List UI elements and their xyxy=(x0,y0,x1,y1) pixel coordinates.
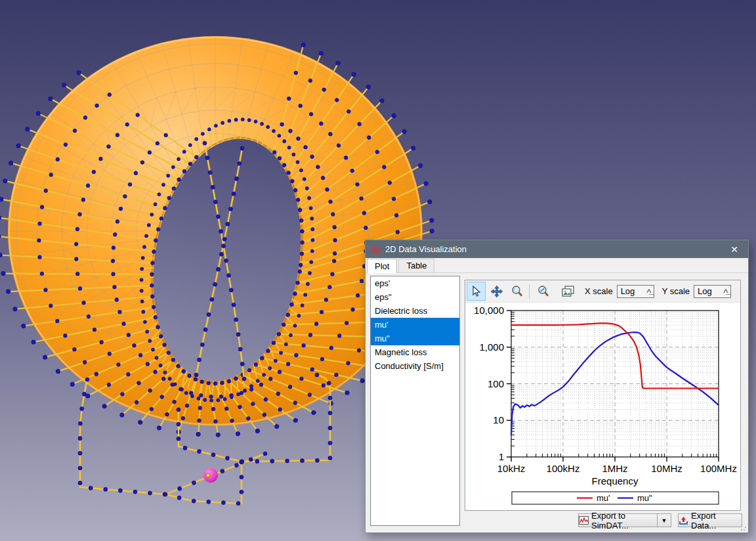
y-tick-label: 100 xyxy=(488,378,504,389)
legend-box xyxy=(512,492,719,504)
plot-panel: X scale Log ˄̲ Y scale Log ˄̲ 1101001,00… xyxy=(465,280,741,511)
port-sphere xyxy=(203,468,218,483)
toolbar-separator xyxy=(529,284,530,299)
chevron-down-icon: ˄̲ xyxy=(646,288,652,295)
chart-canvas[interactable]: 1101001,00010,00010kHz100kHz1MHz10MHz100… xyxy=(465,302,740,510)
legend-label: mu' xyxy=(597,493,610,503)
list-item-0[interactable]: eps' xyxy=(371,276,459,290)
tab-table[interactable]: Table xyxy=(398,259,434,272)
resize-grip[interactable] xyxy=(740,525,747,531)
close-button[interactable]: ✕ xyxy=(721,240,748,258)
y-scale-select[interactable]: Log ˄̲ xyxy=(694,285,731,298)
export-to-simdat-button[interactable]: Export to SimDAT... xyxy=(578,513,658,527)
legend-label: mu" xyxy=(637,493,652,503)
x-tick-label: 100MHz xyxy=(700,463,737,474)
dialog-titlebar[interactable]: 2D Data Visualization ✕ xyxy=(366,240,748,258)
export-data-icon xyxy=(679,516,688,525)
export-to-simdat-dropdown-button[interactable]: ▼ xyxy=(657,513,671,527)
dialog-2d-data-visualization: 2D Data Visualization ✕ Plot Table eps'e… xyxy=(365,240,749,533)
export-image-tool-button[interactable] xyxy=(558,282,577,301)
export-data-label: Export Data... xyxy=(691,511,742,530)
list-item-3[interactable]: mu' xyxy=(371,318,459,332)
select-tool-button[interactable] xyxy=(467,282,486,301)
zoom-tool-button[interactable] xyxy=(507,282,526,301)
port-pin xyxy=(206,473,210,477)
cursor-arrow-icon xyxy=(471,286,482,297)
x-tick-label: 10kHz xyxy=(497,463,526,474)
y-tick-label: 10 xyxy=(493,414,504,425)
waveform-icon xyxy=(370,245,382,254)
x-axis-title: Frequency xyxy=(592,475,639,487)
list-item-1[interactable]: eps" xyxy=(371,290,459,304)
list-item-5[interactable]: Magnetic loss xyxy=(371,345,459,359)
y-tick-label: 10,000 xyxy=(474,305,504,316)
export-to-simdat-label: Export to SimDAT... xyxy=(591,511,657,530)
discrete-port[interactable] xyxy=(203,468,218,483)
list-item-6[interactable]: Conductivity [S/m] xyxy=(371,359,459,373)
list-item-4[interactable]: mu" xyxy=(371,332,459,345)
x-tick-label: 100kHz xyxy=(547,463,580,474)
x-scale-value: Log xyxy=(621,286,647,296)
y-tick-label: 1 xyxy=(499,451,504,462)
simdat-chart-icon xyxy=(579,516,589,525)
plot-toolbar: X scale Log ˄̲ Y scale Log ˄̲ xyxy=(465,280,740,303)
property-list: eps'eps"Dielectric lossmu'mu"Magnetic lo… xyxy=(370,276,460,526)
y-tick-label: 1,000 xyxy=(479,341,504,353)
x-tick-label: 1MHz xyxy=(602,463,627,474)
y-scale-value: Log xyxy=(698,286,724,296)
export-data-button[interactable]: Export Data... xyxy=(678,513,742,527)
x-scale-select[interactable]: Log ˄̲ xyxy=(617,285,654,298)
tab-bar: Plot Table xyxy=(366,258,748,273)
pan-arrows-icon xyxy=(490,285,503,298)
x-scale-label: X scale xyxy=(585,286,613,296)
y-scale-label: Y scale xyxy=(662,286,690,296)
tab-plot[interactable]: Plot xyxy=(367,259,397,273)
dialog-title: 2D Data Visualization xyxy=(385,244,721,254)
dropdown-arrow-icon: ▼ xyxy=(662,517,667,524)
magnifier-window-icon xyxy=(537,285,550,298)
list-item-2[interactable]: Dielectric loss xyxy=(371,304,459,318)
pan-tool-button[interactable] xyxy=(487,282,506,301)
chevron-down-icon: ˄̲ xyxy=(723,288,728,295)
magnifier-icon xyxy=(511,285,524,298)
zoom-window-tool-button[interactable] xyxy=(534,282,553,301)
export-image-icon xyxy=(560,285,575,298)
application-window: 2D Data Visualization ✕ Plot Table eps'e… xyxy=(0,0,756,541)
x-tick-label: 10MHz xyxy=(651,463,682,474)
